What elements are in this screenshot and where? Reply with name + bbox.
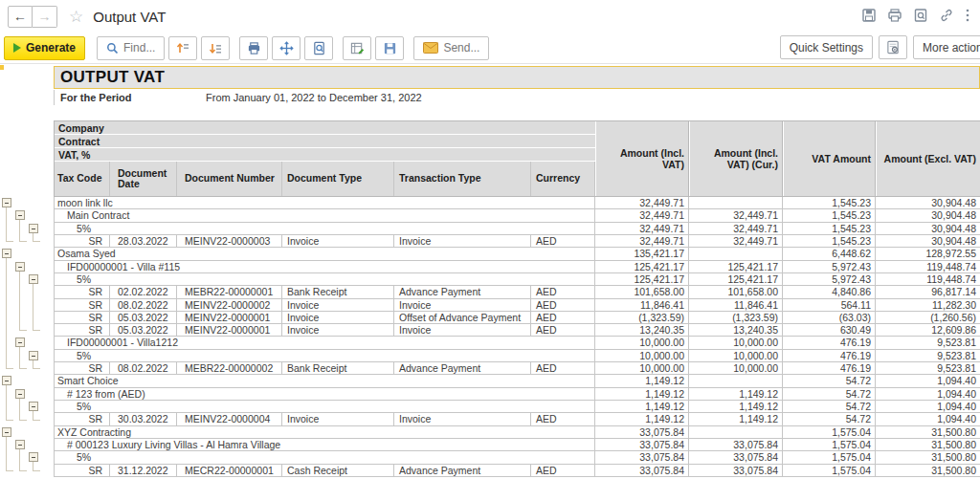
- save-icon[interactable]: [861, 8, 877, 23]
- group-header-1: Company: [55, 121, 595, 135]
- detail-cell: Invoice: [282, 299, 394, 311]
- print-preview-button[interactable]: [304, 36, 333, 60]
- more-actions-button[interactable]: More actions: [913, 35, 980, 59]
- group-row[interactable]: # 123 from (AED)1,149.121,149.1254.721,0…: [0, 388, 980, 401]
- amount-cell: 1,094.40: [876, 388, 980, 400]
- group-row[interactable]: 5%32,449.7132,449.711,545.2330,904.48: [0, 223, 980, 235]
- find-button[interactable]: Find...: [97, 36, 165, 60]
- collapse-group-button[interactable]: [2, 427, 11, 437]
- tree-slot: [0, 388, 13, 401]
- print-button[interactable]: [239, 36, 268, 60]
- group-row[interactable]: IFD00000001 - Villa #115125,421.17125,42…: [0, 261, 980, 273]
- more-dots-icon[interactable]: [965, 8, 970, 23]
- detail-row[interactable]: SR08.02.2022MEINV22-0000002InvoiceInvoic…: [0, 299, 980, 312]
- expand-groups-button[interactable]: [201, 36, 230, 60]
- group-row[interactable]: Smart Choice1,149.1254.721,094.40: [0, 375, 980, 387]
- collapse-group-button[interactable]: [15, 262, 25, 272]
- group-row[interactable]: 5%33,075.8433,075.841,575.0431,500.80: [0, 451, 980, 464]
- group-row[interactable]: # 000123 Luxury Living Villas - Al Hamra…: [0, 439, 980, 451]
- detail-row[interactable]: SR05.03.2022MEINV22-0000001InvoiceOffset…: [0, 312, 980, 324]
- amount-cell: 30,904.48: [876, 209, 980, 221]
- tree-slot: [13, 426, 27, 439]
- column-header: Document Type: [282, 162, 394, 196]
- group-row[interactable]: XYZ Contracting33,075.841,575.0431,500.8…: [0, 426, 980, 439]
- amount-cell: 1,545.23: [783, 197, 876, 208]
- collapse-group-button[interactable]: [29, 351, 38, 360]
- detail-row[interactable]: SR31.12.2022MECR22-00000001Cash ReceiptA…: [0, 465, 980, 477]
- search-icon: [106, 42, 119, 54]
- link-icon[interactable]: [939, 8, 954, 23]
- detail-cell: Offset of Advance Payment: [394, 312, 531, 323]
- tree-gutter: [0, 337, 54, 349]
- detail-cell: AED: [531, 324, 595, 336]
- amount-cell: 128,972.55: [876, 248, 980, 259]
- amount-cell: 125,421.17: [595, 273, 689, 285]
- quick-settings-button[interactable]: Quick Settings: [780, 35, 873, 59]
- tree-slot: [27, 209, 40, 222]
- group-row[interactable]: Main Contract32,449.7132,449.711,545.233…: [0, 209, 980, 222]
- group-row[interactable]: 5%10,000.0010,000.00476.199,523.81: [0, 350, 980, 362]
- collapse-group-button[interactable]: [15, 389, 25, 399]
- amount-cell: 1,094.40: [876, 413, 980, 425]
- collapse-groups-button[interactable]: [168, 36, 197, 60]
- amount-cell: 10,000.00: [595, 337, 689, 348]
- save-result-button[interactable]: [375, 36, 404, 60]
- group-row[interactable]: 5%125,421.17125,421.175,972.43119,448.74: [0, 273, 980, 286]
- detail-cell: 08.02.2022: [110, 299, 177, 311]
- column-header: Tax Code: [55, 162, 110, 196]
- print-icon[interactable]: [887, 8, 902, 23]
- tree-slot: [13, 312, 27, 324]
- detail-cell: SR: [55, 312, 110, 323]
- forward-button[interactable]: →: [33, 6, 57, 28]
- favorite-star-icon[interactable]: ☆: [69, 7, 83, 27]
- send-button[interactable]: Send...: [413, 36, 489, 60]
- group-row[interactable]: IFD00000001 - Villa121210,000.0010,000.0…: [0, 337, 980, 349]
- amount-cell: (1,323.59): [689, 312, 783, 323]
- amount-cell: 32,449.71: [689, 209, 783, 221]
- generate-button[interactable]: Generate: [4, 36, 85, 60]
- collapse-group-button[interactable]: [2, 249, 11, 258]
- tree-slot: [13, 439, 27, 451]
- group-label: IFD00000001 - Villa #115: [55, 261, 595, 272]
- group-row[interactable]: moon link llc32,449.711,545.2330,904.48: [0, 197, 980, 209]
- detail-cell: Invoice: [394, 413, 531, 425]
- collapse-group-button[interactable]: [15, 440, 25, 449]
- detail-row[interactable]: SR30.03.2022MEINV22-0000004InvoiceInvoic…: [0, 413, 980, 425]
- collapse-group-button[interactable]: [2, 198, 11, 207]
- collapse-group-button[interactable]: [15, 210, 25, 220]
- amount-cell: 1,094.40: [876, 375, 980, 386]
- detail-cell: SR: [55, 299, 110, 311]
- group-label: IFD00000001 - Villa1212: [55, 337, 595, 348]
- collapse-group-button[interactable]: [29, 224, 38, 233]
- tree-slot: [27, 388, 40, 401]
- back-button[interactable]: ←: [8, 6, 33, 28]
- report-settings-button[interactable]: [879, 35, 907, 59]
- group-row[interactable]: 5%1,149.121,149.1254.721,094.40: [0, 401, 980, 413]
- amount-cell: 11,846.41: [595, 299, 689, 311]
- detail-row[interactable]: SR02.02.2022MEBR22-00000001Bank ReceiptA…: [0, 286, 980, 298]
- group-row[interactable]: Osama Syed135,421.176,448.62128,972.55: [0, 248, 980, 260]
- tree-slot: [27, 286, 40, 298]
- tree-slot: [13, 223, 27, 235]
- detail-cell: Bank Receipt: [282, 286, 394, 297]
- amount-cell: 101,658.00: [689, 286, 783, 297]
- save-icon: [383, 41, 397, 55]
- detail-row[interactable]: SR05.03.2022MEINV22-0000001InvoiceInvoic…: [0, 324, 980, 337]
- detail-row[interactable]: SR28.03.2022MEINV22-0000003InvoiceInvoic…: [0, 235, 980, 248]
- tree-gutter: [0, 350, 54, 362]
- preview-icon[interactable]: [913, 8, 928, 23]
- fit-page-button[interactable]: [272, 36, 301, 60]
- group-label: 5%: [55, 223, 595, 234]
- tree-slot: [27, 426, 40, 439]
- collapse-group-button[interactable]: [29, 274, 38, 284]
- collapse-group-button[interactable]: [29, 452, 38, 462]
- tree-gutter: [0, 465, 54, 477]
- collapse-group-button[interactable]: [29, 402, 38, 411]
- expand-groups-icon: [209, 41, 223, 55]
- amount-cell: 54.72: [783, 375, 876, 386]
- collapse-group-button[interactable]: [2, 376, 11, 385]
- collapse-group-button[interactable]: [15, 337, 25, 347]
- detail-row[interactable]: SR08.02.2022MEBR22-00000002Bank ReceiptA…: [0, 362, 980, 375]
- report-structure-button[interactable]: [343, 36, 371, 60]
- amount-cell: 11,282.30: [876, 299, 980, 311]
